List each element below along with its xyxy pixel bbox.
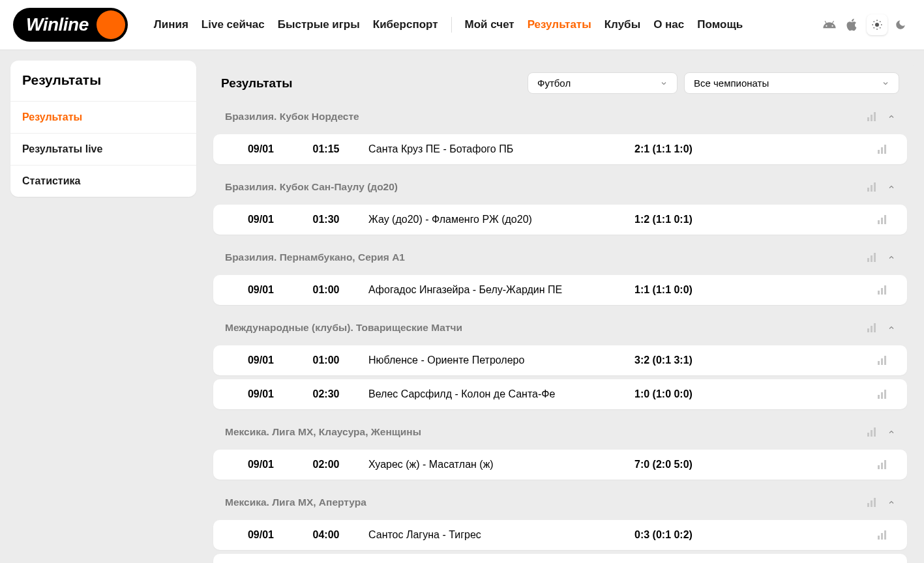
match-teams: Нюбленсе - Ориенте Петролеро [355,354,634,366]
league-header-right [867,498,895,507]
container: Результаты РезультатыРезультаты liveСтат… [0,50,924,563]
league-name: Мексика. Лига МХ, Апертура [225,497,366,508]
sidebar-item[interactable]: Результаты [10,101,196,133]
match-date: 09/01 [225,214,297,225]
match-teams: Хуарес (ж) - Масатлан (ж) [355,459,634,470]
stats-bars-icon[interactable] [867,253,877,262]
match-date: 09/01 [225,284,297,296]
match-time: 01:15 [297,143,355,155]
chevron-up-icon[interactable] [887,113,895,121]
match-date: 09/01 [225,529,297,541]
stats-bars-icon [877,356,887,365]
match-stats[interactable] [869,285,895,295]
match-row[interactable]: 09/0101:15Санта Круз ПЕ - Ботафого ПБ2:1… [213,134,907,164]
match-time: 01:00 [297,354,355,366]
match-row[interactable]: 09/0104:00Сантос Лагуна - Тигрес0:3 (0:1… [213,520,907,550]
match-score: 1:1 (1:1 0:0) [634,284,869,296]
match-row[interactable]: 09/0101:00Нюбленсе - Ориенте Петролеро3:… [213,345,907,375]
league-header[interactable]: Мексика. Лига МХ, Клаусура, Женщины [213,418,907,446]
match-row[interactable]: 09/0101:00Афогадос Ингазейра - Белу-Жард… [213,275,907,305]
league-header[interactable]: Международные (клубы). Товарищеские Матч… [213,314,907,341]
apple-icon[interactable] [844,18,859,32]
main-nav: ЛинияLive сейчасБыстрые игрыКиберспортМо… [154,17,822,33]
stats-bars-icon [877,530,887,540]
chevron-up-icon[interactable] [887,428,895,436]
league-group: Бразилия. Кубок Нордесте09/0101:15Санта … [213,103,907,164]
match-stats[interactable] [869,530,895,540]
match-time: 02:00 [297,459,355,470]
stats-bars-icon [877,390,887,399]
chevron-up-icon[interactable] [887,324,895,332]
match-row[interactable]: 09/0102:30Велес Сарсфилд - Колон де Сант… [213,379,907,409]
sport-select[interactable]: Футбол [528,72,678,94]
league-group: Международные (клубы). Товарищеские Матч… [213,314,907,409]
nav-item[interactable]: Клубы [604,18,640,31]
logo-circle-icon [97,10,125,39]
league-name: Бразилия. Кубок Сан-Паулу (до20) [225,181,398,193]
league-header[interactable]: Бразилия. Пернамбукано, Серия А1 [213,244,907,271]
league-header[interactable]: Бразилия. Кубок Нордесте [213,103,907,130]
match-teams: Афогадос Ингазейра - Белу-Жардин ПЕ [355,284,634,296]
match-stats[interactable] [869,356,895,365]
nav-item[interactable]: О нас [653,18,684,31]
league-group: Бразилия. Пернамбукано, Серия А109/0101:… [213,244,907,305]
match-row[interactable]: 09/0106:10Тихуана - Крус Асуль1:1 (1:0 0… [213,554,907,563]
main-header: Результаты Футбол Все чемпионаты [207,61,914,103]
match-row[interactable]: 09/0101:30Жау (до20) - Фламенго РЖ (до20… [213,205,907,235]
match-score: 2:1 (1:1 1:0) [634,143,869,155]
stats-bars-icon[interactable] [867,427,877,437]
stats-bars-icon[interactable] [867,182,877,192]
stats-bars-icon[interactable] [867,323,877,332]
nav-item[interactable]: Результаты [528,18,591,31]
match-row[interactable]: 09/0102:00Хуарес (ж) - Масатлан (ж)7:0 (… [213,450,907,480]
nav-item[interactable]: Быстрые игры [278,18,360,31]
nav-item[interactable]: Линия [154,18,188,31]
chevron-up-icon[interactable] [887,253,895,261]
match-stats[interactable] [869,460,895,469]
match-time: 04:00 [297,529,355,541]
sidebar-card: Результаты РезультатыРезультаты liveСтат… [10,61,196,197]
logo[interactable]: Winline [13,8,128,42]
match-score: 0:3 (0:1 0:2) [634,529,869,541]
match-teams: Сантос Лагуна - Тигрес [355,529,634,541]
match-teams: Санта Круз ПЕ - Ботафого ПБ [355,143,634,155]
match-stats[interactable] [869,390,895,399]
league-group: Мексика. Лига МХ, Апертура09/0104:00Сант… [213,489,907,563]
match-teams: Велес Сарсфилд - Колон де Санта-Фе [355,388,634,400]
match-score: 3:2 (0:1 3:1) [634,354,869,366]
match-date: 09/01 [225,143,297,155]
dark-theme-button[interactable] [890,14,911,35]
match-stats[interactable] [869,145,895,154]
league-name: Бразилия. Кубок Нордесте [225,111,359,123]
sidebar-item[interactable]: Результаты live [10,133,196,165]
nav-item[interactable]: Live сейчас [201,18,265,31]
match-teams: Жау (до20) - Фламенго РЖ (до20) [355,214,634,225]
league-header[interactable]: Мексика. Лига МХ, Апертура [213,489,907,516]
chevron-up-icon[interactable] [887,183,895,191]
sidebar-item[interactable]: Статистика [10,165,196,197]
match-stats[interactable] [869,215,895,224]
logo-text: Winline [16,14,97,35]
header-right [822,14,911,35]
league-header-right [867,253,895,262]
sidebar-title: Результаты [10,61,196,101]
match-time: 02:30 [297,388,355,400]
stats-bars-icon[interactable] [867,498,877,507]
android-icon[interactable] [822,18,837,32]
championship-select[interactable]: Все чемпионаты [684,72,899,94]
championship-select-value: Все чемпионаты [694,78,769,89]
light-theme-button[interactable] [867,14,887,35]
league-group: Бразилия. Кубок Сан-Паулу (до20)09/0101:… [213,173,907,235]
sport-select-value: Футбол [537,78,571,89]
match-time: 01:30 [297,214,355,225]
nav-item[interactable]: Помощь [697,18,743,31]
league-header[interactable]: Бразилия. Кубок Сан-Паулу (до20) [213,173,907,201]
chevron-up-icon[interactable] [887,498,895,506]
league-name: Международные (клубы). Товарищеские Матч… [225,322,462,334]
stats-bars-icon[interactable] [867,112,877,121]
league-name: Мексика. Лига МХ, Клаусура, Женщины [225,426,421,438]
match-date: 09/01 [225,388,297,400]
nav-item[interactable]: Мой счет [465,18,514,31]
league-group: Мексика. Лига МХ, Клаусура, Женщины09/01… [213,418,907,480]
nav-item[interactable]: Киберспорт [373,18,438,31]
